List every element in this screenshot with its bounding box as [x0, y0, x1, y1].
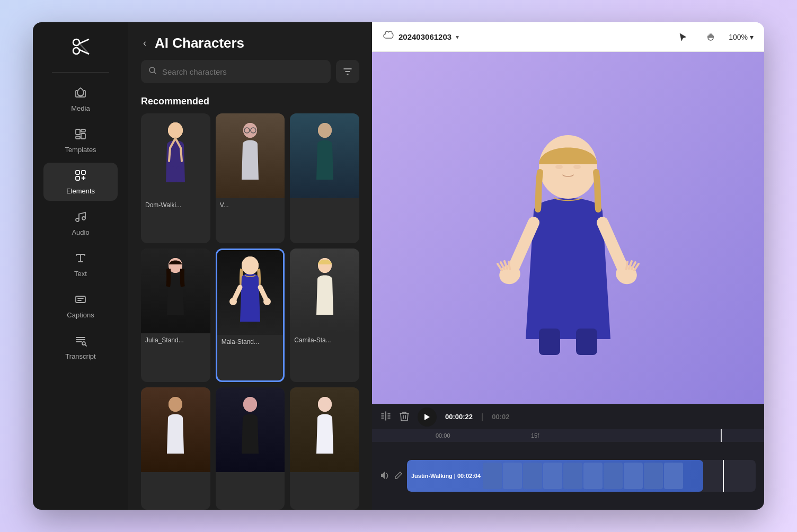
frame-2: [503, 463, 522, 489]
svg-point-43: [573, 165, 581, 169]
svg-rect-20: [176, 166, 182, 182]
preview-character: [462, 95, 674, 360]
project-name: 202403061203: [398, 32, 451, 41]
templates-icon: [74, 128, 87, 143]
svg-rect-47: [576, 329, 597, 355]
sidebar-elements-label: Elements: [66, 187, 95, 195]
svg-line-2: [79, 39, 89, 43]
sidebar-item-audio[interactable]: Audio: [43, 204, 118, 242]
sidebar-item-templates[interactable]: Templates: [43, 121, 118, 159]
back-button[interactable]: ‹: [141, 36, 148, 51]
char-image-v: [216, 113, 285, 198]
frame-9: [644, 463, 663, 489]
char-card-third[interactable]: [290, 113, 359, 243]
svg-point-31: [229, 298, 237, 305]
sidebar-templates-label: Templates: [65, 146, 96, 154]
sidebar-item-elements[interactable]: Elements: [43, 163, 118, 201]
timeline-ruler: 00:00 15f: [372, 429, 764, 442]
audio-icon: [74, 210, 87, 225]
track-clip-label: Justin-Walking | 00:02:04: [411, 473, 481, 479]
time-separator: |: [481, 412, 483, 422]
char-card-bottom1[interactable]: [141, 387, 210, 510]
top-bar-right: 100% ▾: [674, 28, 754, 47]
sidebar-text-label: Text: [74, 270, 87, 278]
track-controls: [380, 471, 403, 481]
hand-tool-button[interactable]: [701, 28, 720, 47]
frame-3: [523, 463, 542, 489]
svg-rect-5: [76, 129, 80, 135]
char-card-bottom3[interactable]: [290, 387, 359, 510]
frame-5: [563, 463, 582, 489]
panel-title: AI Characters: [155, 35, 244, 51]
pencil-icon[interactable]: [394, 471, 403, 481]
char-image-bottom1: [141, 387, 210, 472]
captions-icon: [74, 293, 87, 308]
svg-rect-19: [169, 166, 174, 182]
svg-point-30: [242, 256, 259, 274]
filter-button[interactable]: [336, 60, 359, 83]
time-total: 00:02: [492, 413, 509, 421]
sidebar-item-captions[interactable]: Captions: [43, 287, 118, 325]
svg-point-12: [76, 218, 79, 221]
char-card-dom[interactable]: Dom-Walki...: [141, 113, 210, 243]
svg-point-18: [168, 122, 183, 138]
section-title: Recommended: [128, 92, 372, 113]
sidebar: Media Templates: [33, 22, 128, 510]
svg-rect-6: [81, 129, 85, 132]
search-box[interactable]: [141, 60, 331, 83]
search-input[interactable]: [162, 67, 323, 76]
timeline-track: Justin-Walking | 00:02:04: [407, 460, 756, 492]
svg-point-36: [169, 397, 182, 412]
characters-grid: Dom-Walki... V...: [128, 113, 372, 510]
char-card-v[interactable]: V...: [216, 113, 285, 243]
sidebar-transcript-label: Transcript: [65, 352, 95, 360]
char-name-maia: Maia-Stand...: [217, 335, 284, 349]
svg-rect-8: [76, 136, 80, 139]
logo[interactable]: [67, 33, 94, 60]
media-icon: [74, 86, 87, 101]
svg-point-26: [318, 123, 332, 138]
char-card-camila[interactable]: Camila-Sta...: [290, 249, 359, 382]
sidebar-item-transcript[interactable]: Transcript: [43, 328, 118, 366]
char-card-julia[interactable]: Julia_Stand...: [141, 249, 210, 382]
timeline-track-area: Justin-Walking | 00:02:04: [372, 442, 764, 510]
project-chevron[interactable]: ▾: [456, 33, 459, 41]
sidebar-item-media[interactable]: Media: [43, 80, 118, 118]
elements-icon: [74, 169, 87, 184]
zoom-chevron: ▾: [750, 33, 754, 41]
svg-point-41: [539, 135, 597, 199]
split-button[interactable]: [380, 411, 391, 423]
char-name-bottom1: [141, 472, 210, 478]
frame-8: [624, 463, 643, 489]
ruler-mark-1: 15f: [531, 432, 539, 439]
track-clip[interactable]: Justin-Walking | 00:02:04: [407, 460, 703, 492]
playhead: [723, 460, 724, 492]
svg-point-42: [555, 165, 563, 169]
zoom-control[interactable]: 100% ▾: [729, 33, 754, 41]
zoom-level: 100%: [729, 33, 748, 41]
char-image-bottom3: [290, 387, 359, 472]
play-button[interactable]: [418, 407, 437, 427]
delete-button[interactable]: [400, 411, 409, 423]
sidebar-divider: [52, 72, 109, 73]
cursor-tool-button[interactable]: [674, 28, 693, 47]
svg-rect-46: [539, 329, 560, 355]
search-icon: [148, 66, 157, 77]
char-image-camila: [290, 249, 359, 333]
svg-point-1: [73, 48, 79, 54]
timeline-controls: 00:00:22 | 00:02: [372, 404, 764, 429]
track-frames: [483, 460, 683, 492]
char-card-bottom2[interactable]: [216, 387, 285, 510]
ruler-mark-0: 00:00: [436, 432, 450, 439]
sidebar-media-label: Media: [71, 104, 90, 112]
char-name-third: [290, 198, 359, 205]
time-current: 00:00:22: [445, 413, 473, 421]
frame-7: [604, 463, 623, 489]
char-card-maia[interactable]: Maia-Stand...: [216, 249, 285, 382]
sidebar-item-text[interactable]: Text: [43, 245, 118, 283]
svg-point-13: [82, 217, 85, 220]
volume-icon[interactable]: [380, 471, 390, 481]
char-name-bottom2: [216, 472, 285, 478]
frame-4: [543, 463, 562, 489]
search-row: [128, 60, 372, 92]
